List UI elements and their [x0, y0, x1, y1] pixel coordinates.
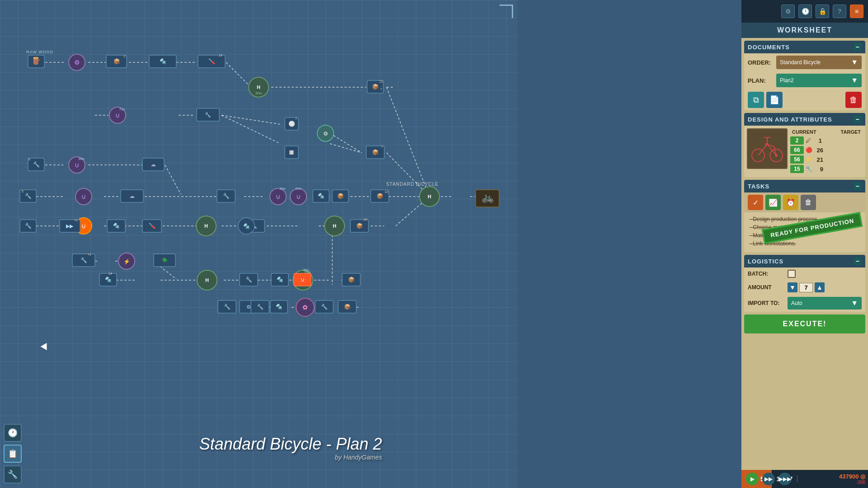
svg-line-51 — [396, 197, 429, 226]
batch-checkbox[interactable] — [788, 270, 796, 278]
svg-rect-147 — [72, 254, 95, 267]
tasks-collapse-btn[interactable]: − — [854, 182, 862, 190]
help-icon[interactable]: ? — [833, 5, 846, 18]
svg-rect-112 — [28, 158, 44, 171]
menu-icon[interactable]: ≡ — [850, 5, 863, 18]
svg-rect-159 — [294, 273, 311, 286]
stat-target-1: 26 — [814, 147, 823, 154]
task-tab-chart[interactable]: 📈 — [765, 195, 781, 210]
task-tab-check[interactable]: ✓ — [748, 195, 763, 210]
svg-rect-102 — [197, 108, 219, 121]
svg-text:✿: ✿ — [302, 304, 308, 311]
svg-text:⚪: ⚪ — [288, 120, 295, 127]
svg-text:📦: 📦 — [372, 83, 379, 90]
svg-point-76 — [75, 218, 92, 234]
svg-text:∪: ∪ — [75, 161, 79, 169]
svg-rect-88 — [28, 55, 44, 68]
svg-point-71 — [75, 188, 92, 205]
order-row: ORDER: Standard Bicycle ▼ — [744, 53, 865, 71]
stat-target-2: 21 — [814, 156, 823, 163]
svg-text:⚡: ⚡ — [123, 258, 130, 265]
svg-point-86 — [317, 125, 334, 141]
svg-text:1: 1 — [295, 117, 297, 120]
std-bicycle-label: STANDARD BICYCLE — [386, 182, 439, 187]
documents-title: DOCUMENTS — [748, 44, 790, 51]
play-btn[interactable]: ▶ — [746, 473, 759, 485]
clock-icon[interactable]: 🕐 — [798, 5, 812, 18]
design-collapse-btn[interactable]: − — [854, 115, 862, 123]
design-stats: CURRENT TARGET 2 🖊 1 66 🔴 26 56 — [790, 128, 863, 174]
svg-text:∪: ∪ — [296, 193, 301, 200]
svg-text:12: 12 — [379, 80, 383, 83]
svg-text:🪛: 🪛 — [149, 222, 156, 229]
import-dropdown[interactable]: Auto ▼ — [788, 297, 862, 310]
import-value: Auto — [791, 300, 802, 306]
svg-text:21m: 21m — [295, 187, 302, 190]
task-tabs: ✓ 📈 ⏰ 🗑 — [744, 192, 865, 212]
svg-text:🔩: 🔩 — [277, 276, 283, 283]
doc-copy-btn[interactable]: ⧉ — [748, 92, 764, 108]
svg-text:10: 10 — [363, 218, 367, 221]
svg-point-190 — [775, 154, 778, 157]
svg-text:☁: ☁ — [151, 161, 156, 168]
svg-text:14: 14 — [108, 272, 112, 275]
svg-rect-157 — [271, 273, 288, 286]
svg-text:🔧: 🔧 — [223, 192, 230, 199]
sidebar-clipboard-icon[interactable]: 📋 — [4, 445, 22, 463]
svg-rect-107 — [285, 146, 298, 159]
svg-text:H: H — [428, 194, 431, 199]
doc-import-btn[interactable]: 📄 — [766, 92, 783, 108]
logistics-collapse-btn[interactable]: − — [854, 257, 862, 265]
svg-point-59 — [420, 187, 439, 206]
svg-rect-138 — [107, 220, 125, 232]
svg-text:+1: +1 — [88, 253, 91, 256]
stat-row-1: 66 🔴 26 — [790, 146, 863, 154]
svg-rect-117 — [20, 190, 36, 202]
svg-line-4 — [226, 62, 251, 87]
documents-collapse-btn[interactable]: − — [854, 43, 862, 51]
svg-rect-174 — [270, 300, 288, 313]
main-canvas[interactable]: RAW WOOD STANDARD BICYCLE — [0, 0, 518, 488]
skip-forward-btn[interactable]: ▶▶▶ — [778, 473, 791, 485]
logistics-section: LOGISTICS − BATCH: AMOUNT ▼ 7 ▲ IMPORT T… — [744, 255, 865, 312]
svg-text:29m: 29m — [304, 271, 311, 274]
currency-icon: ◎ — [860, 473, 865, 480]
design-section: DESIGN AND ATTRIBUTES − — [744, 113, 865, 177]
order-dropdown[interactable]: Standard Bicycle ▼ — [776, 56, 862, 69]
sidebar-clock-icon[interactable]: 🕐 — [4, 424, 22, 442]
svg-text:🔩: 🔩 — [105, 276, 112, 283]
svg-rect-93 — [149, 55, 176, 68]
stat-current-1: 66 — [790, 146, 804, 154]
svg-rect-128 — [371, 190, 389, 202]
settings-icon[interactable]: ⚙ — [781, 5, 795, 18]
amount-decrease-btn[interactable]: ▼ — [788, 282, 797, 292]
task-tab-clock[interactable]: ⏰ — [783, 195, 798, 210]
task-tab-trash[interactable]: 🗑 — [801, 195, 816, 210]
svg-line-11 — [330, 133, 362, 153]
svg-rect-95 — [198, 55, 225, 68]
plan-dropdown[interactable]: Plan2 ▼ — [776, 74, 862, 87]
svg-text:☁: ☁ — [129, 193, 135, 199]
stat-row-3: 15 🔧 9 — [790, 165, 863, 173]
lock-icon[interactable]: 🔒 — [816, 5, 829, 18]
design-title: DESIGN AND ATTRIBUTES — [748, 116, 832, 123]
svg-text:14: 14 — [219, 54, 222, 57]
fast-forward-btn[interactable]: ▶▶ — [762, 473, 775, 485]
import-label: IMPORT TO: — [748, 300, 784, 306]
stat-current-0: 2 — [790, 136, 804, 145]
svg-rect-150 — [154, 254, 175, 267]
svg-rect-120 — [121, 190, 143, 202]
execute-button[interactable]: EXECUTE! — [744, 314, 865, 333]
svg-text:📦: 📦 — [344, 303, 351, 310]
sidebar-tool-icon[interactable]: 🔧 — [4, 465, 22, 483]
svg-text:H: H — [301, 277, 305, 283]
amount-increase-btn[interactable]: ▲ — [815, 282, 825, 292]
svg-point-68 — [69, 157, 85, 173]
svg-rect-152 — [99, 273, 117, 286]
doc-delete-btn[interactable]: 🗑 — [845, 92, 862, 108]
svg-text:🔧: 🔧 — [33, 161, 40, 168]
svg-point-65 — [109, 107, 126, 123]
svg-rect-176 — [251, 300, 269, 313]
plan-row: PLAN: Plan2 ▼ — [744, 71, 865, 89]
svg-text:30m: 30m — [303, 268, 309, 272]
